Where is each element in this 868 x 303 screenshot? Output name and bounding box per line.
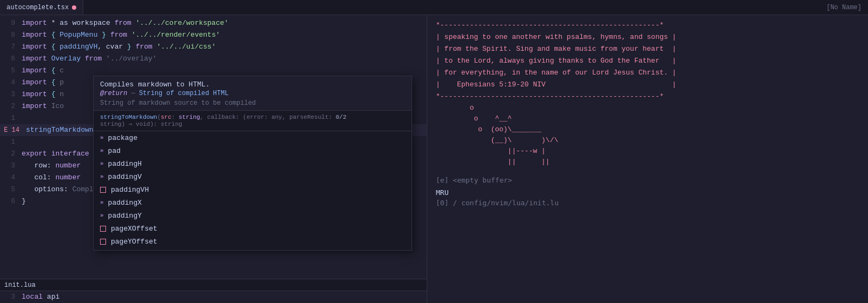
editor-line: 9 import * as workspace from '../../core… (0, 17, 427, 29)
file-ref: [0] / config/nvim/lua/init.lu (436, 199, 859, 207)
tab-dot (72, 5, 76, 10)
ac-item-paddingv[interactable]: » paddingV (94, 170, 412, 183)
empty-buffer-line: [e] <empty buffer> (436, 176, 859, 184)
arrow-icon: » (100, 173, 104, 180)
ac-item-package[interactable]: » package (94, 131, 412, 144)
arrow-icon: » (100, 134, 104, 141)
right-pane: *---------------------------------------… (427, 15, 868, 303)
ac-title: Compiles markdown to HTML. (100, 80, 405, 89)
init-lua-tab[interactable]: init.lua (4, 281, 36, 289)
editor-pane[interactable]: 9 import * as workspace from '../../core… (0, 15, 427, 303)
editor-line: 8 import { PopupMenu } from '../../rende… (0, 29, 427, 41)
ascii-art: o o ^__^ o (oo)\_______ (__)\ )\/\ ||---… (436, 103, 859, 167)
ac-item-paddingy[interactable]: » paddingY (94, 209, 412, 222)
editor-line: 7 import { paddingVH, cvar } from '../..… (0, 41, 427, 53)
ac-header: Compiles markdown to HTML. @return — Str… (94, 76, 412, 111)
tab-no-name[interactable]: [No Name] (820, 0, 868, 15)
ac-description: String of markdown source to be compiled (100, 99, 405, 107)
box-icon (100, 187, 106, 193)
mru-label: MRU (436, 188, 859, 197)
tab-autocomplete[interactable]: autocomplete.tsx (0, 0, 83, 15)
ac-item-parent[interactable]: parent (94, 248, 412, 250)
arrow-icon: » (100, 147, 104, 154)
tab-label: autocomplete.tsx (6, 4, 69, 11)
editor-line: 5 import { c (0, 65, 427, 77)
ac-item-pagexoffset[interactable]: pageXOffset (94, 222, 412, 235)
main-content: 9 import * as workspace from '../../core… (0, 15, 868, 303)
ac-item-pad[interactable]: » pad (94, 144, 412, 157)
arrow-icon: » (100, 199, 104, 206)
ac-signature: stringToMarkdown(src: string, callback: … (94, 111, 412, 131)
right-content: *---------------------------------------… (436, 19, 859, 103)
box-icon (100, 226, 106, 232)
autocomplete-popup: Compiles markdown to HTML. @return — Str… (93, 76, 412, 251)
ac-item-paddingh[interactable]: » paddingH (94, 157, 412, 170)
ac-return: @return — String of compiled HTML (100, 90, 405, 97)
ac-item-paddingx[interactable]: » paddingX (94, 196, 412, 209)
tab-bar: autocomplete.tsx [No Name] (0, 0, 868, 15)
lua-line: 3 local api (0, 291, 427, 303)
arrow-icon: » (100, 212, 104, 219)
ac-item-pageyoffset[interactable]: pageYOffset (94, 235, 412, 248)
editor-line: 6 import Overlay from '../overlay' (0, 53, 427, 65)
box-icon (100, 239, 106, 245)
ac-item-paddingvh[interactable]: paddingVH (94, 183, 412, 196)
arrow-icon: » (100, 160, 104, 167)
ac-list[interactable]: » package » pad » paddingH » paddingV (94, 131, 412, 250)
